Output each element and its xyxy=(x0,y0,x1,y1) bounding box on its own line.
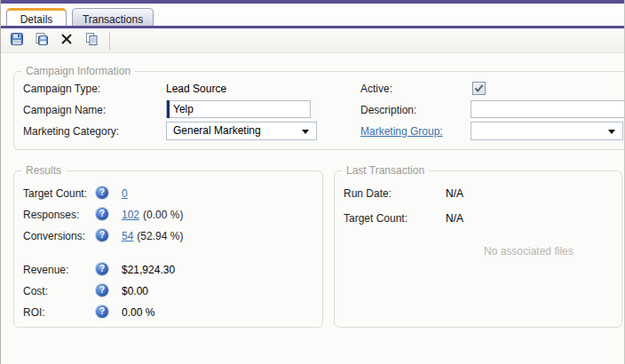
cost-value: $0.00 xyxy=(122,285,148,297)
target-count-label: Target Count: xyxy=(23,187,87,200)
revenue-value: $21,924.30 xyxy=(122,264,175,276)
description-label: Description: xyxy=(360,104,416,116)
campaign-name-label: Campaign Name: xyxy=(23,104,106,116)
responses-link[interactable]: 102 xyxy=(122,209,139,221)
conversions-suffix: (52.94 %) xyxy=(137,230,183,242)
cost-label: Cost: xyxy=(23,285,48,297)
chevron-down-icon xyxy=(302,130,309,134)
save-as-icon xyxy=(35,32,49,49)
last-transaction-section: Last Transaction Run Date: N/A Target Co… xyxy=(334,170,622,328)
results-legend: Results xyxy=(21,164,66,177)
marketing-category-label: Marketing Category: xyxy=(23,125,119,138)
target-count-link[interactable]: 0 xyxy=(122,187,128,200)
campaign-name-field-wrap xyxy=(166,100,311,118)
help-icon[interactable] xyxy=(96,229,108,241)
responses-value: 102(0.00 %) xyxy=(122,209,183,221)
campaign-information-legend: Campaign Information xyxy=(21,65,135,77)
campaign-type-label: Campaign Type: xyxy=(23,83,100,95)
target-count-value: 0 xyxy=(122,187,131,200)
campaign-information-section: Campaign Information Campaign Type: Lead… xyxy=(13,71,625,150)
revenue-label: Revenue: xyxy=(23,264,68,276)
chevron-down-icon xyxy=(608,130,615,134)
description-field-wrap xyxy=(471,100,625,118)
conversions-value: 54(52.94 %) xyxy=(122,230,183,242)
save-as-button[interactable] xyxy=(31,31,52,51)
active-checkbox[interactable] xyxy=(472,82,486,95)
help-icon[interactable] xyxy=(96,263,108,275)
lt-target-count-label: Target Count: xyxy=(344,212,407,225)
roi-label: ROI: xyxy=(23,306,45,319)
marketing-group-dropdown[interactable] xyxy=(471,122,623,140)
marketing-category-value: General Marketing xyxy=(173,124,261,137)
save-button[interactable] xyxy=(6,31,28,51)
results-section: Results Target Count: 0 Responses: 102(0… xyxy=(13,170,323,328)
roi-value: 0.00 % xyxy=(122,306,154,319)
responses-label: Responses: xyxy=(23,209,79,221)
campaign-type-value: Lead Source xyxy=(166,83,226,95)
last-transaction-legend: Last Transaction xyxy=(342,164,429,177)
marketing-category-dropdown[interactable]: General Marketing xyxy=(166,122,317,140)
responses-suffix: (0.00 %) xyxy=(143,209,183,221)
tab-strip: Details Transactions xyxy=(1,4,625,26)
check-icon xyxy=(473,83,485,94)
no-associated-files-message: No associated files xyxy=(484,245,574,257)
toolbar-separator xyxy=(109,32,110,50)
description-input[interactable] xyxy=(471,101,625,117)
campaign-details-window: Details Transactions xyxy=(0,0,625,364)
conversions-label: Conversions: xyxy=(23,230,85,242)
copy-icon xyxy=(84,32,99,49)
help-icon[interactable] xyxy=(96,186,108,199)
run-date-value: N/A xyxy=(446,187,463,200)
help-icon[interactable] xyxy=(96,284,108,297)
required-field-marker xyxy=(167,100,170,118)
conversions-link[interactable]: 54 xyxy=(122,230,133,242)
help-icon[interactable] xyxy=(96,208,108,220)
campaign-name-input[interactable] xyxy=(167,101,310,117)
active-label: Active: xyxy=(360,83,392,95)
help-icon[interactable] xyxy=(96,305,108,318)
run-date-label: Run Date: xyxy=(344,187,392,200)
lt-target-count-value: N/A xyxy=(446,212,463,225)
save-icon xyxy=(10,32,24,49)
toolbar xyxy=(1,28,625,53)
delete-icon xyxy=(59,32,74,49)
delete-button[interactable] xyxy=(56,31,77,51)
marketing-group-link[interactable]: Marketing Group: xyxy=(360,125,443,138)
copy-button[interactable] xyxy=(81,31,102,51)
